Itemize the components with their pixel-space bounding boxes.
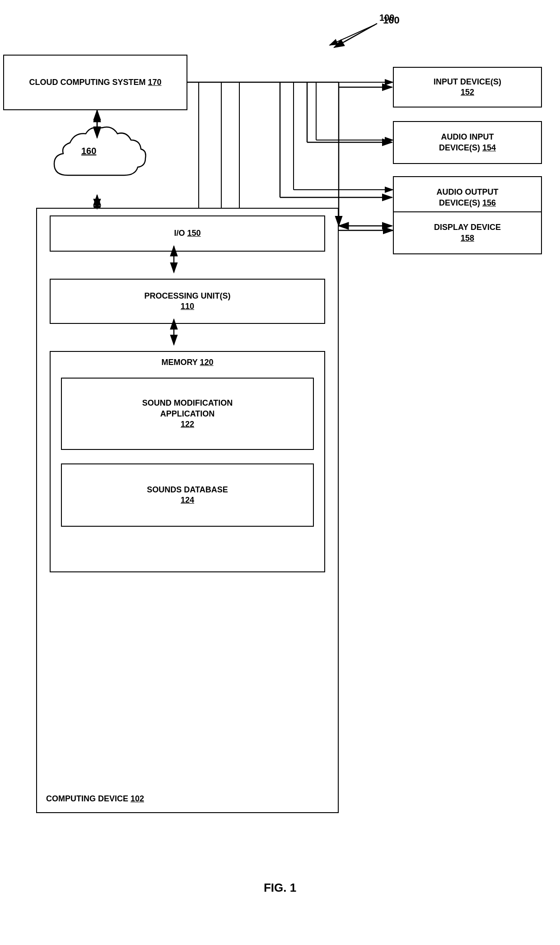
sound-mod-app-box: SOUND MODIFICATIONAPPLICATION122 [61, 378, 314, 450]
sounds-db-label: SOUNDS DATABASE124 [147, 485, 228, 506]
display-device-label: DISPLAY DEVICE158 [434, 222, 501, 243]
cloud-symbol: 160 [45, 121, 149, 196]
computing-device-label: COMPUTING DEVICE 102 [46, 794, 144, 804]
cloud-computing-box: CLOUD COMPUTING SYSTEM 170 [3, 55, 187, 110]
audio-input-box: AUDIO INPUTDEVICE(S) 154 [393, 121, 542, 164]
figure-label: FIG. 1 [221, 881, 339, 895]
sound-mod-label: SOUND MODIFICATIONAPPLICATION122 [142, 398, 233, 430]
sounds-db-box: SOUNDS DATABASE124 [61, 463, 314, 527]
audio-input-label: AUDIO INPUTDEVICE(S) 154 [439, 132, 496, 153]
memory-label: MEMORY 120 [54, 356, 321, 373]
display-device-box: DISPLAY DEVICE158 [393, 211, 542, 254]
io-label: I/O 150 [174, 228, 201, 239]
memory-box: MEMORY 120 SOUND MODIFICATIONAPPLICATION… [50, 351, 325, 572]
processing-label: PROCESSING UNIT(S)110 [144, 291, 230, 312]
input-device-box: INPUT DEVICE(S)152 [393, 67, 542, 108]
input-device-label: INPUT DEVICE(S)152 [434, 77, 501, 98]
audio-output-label: AUDIO OUTPUTDEVICE(S) 156 [437, 187, 499, 208]
svg-line-0 [330, 25, 375, 45]
ref-100: 100 [379, 13, 394, 23]
io-box: I/O 150 [50, 215, 325, 252]
computing-device-box: I/O 150 PROCESSING UNIT(S)110 MEMORY 120… [36, 208, 339, 813]
cloud-ref: 160 [81, 146, 96, 156]
processing-unit-box: PROCESSING UNIT(S)110 [50, 279, 325, 324]
cloud-computing-label: CLOUD COMPUTING SYSTEM 170 [29, 77, 161, 88]
